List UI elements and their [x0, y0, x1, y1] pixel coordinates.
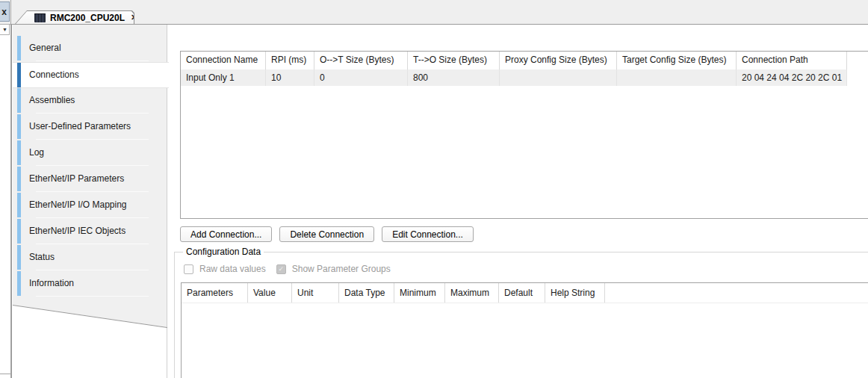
parameters-table-header: ParametersValueUnitData TypeMinimumMaxim… [182, 283, 868, 303]
docked-panel-close-icon[interactable]: x [0, 1, 10, 22]
sidebar-item-label: EtherNet/IP I/O Mapping [29, 193, 127, 217]
sidebar-item-ethernet-ip-parameters[interactable]: EtherNet/IP Parameters [13, 167, 167, 193]
group-legend: Configuration Data [183, 247, 264, 257]
sidebar-item-separator [36, 139, 149, 140]
sidebar-item-label: Assemblies [29, 88, 75, 113]
sidebar-item-accent [17, 193, 21, 217]
sidebar-item-accent [17, 167, 21, 191]
sidebar-item-connections[interactable]: Connections [13, 62, 169, 88]
sidebar-item-label: User-Defined Parameters [29, 114, 131, 139]
raw-data-values-label: Raw data values [199, 264, 266, 274]
row-cell-connection-name: Input Only 1 [181, 69, 266, 86]
param-column-header-maximum[interactable]: Maximum [445, 283, 499, 303]
param-column-header-minimum[interactable]: Minimum [394, 283, 445, 303]
sidebar-item-general[interactable]: General [13, 36, 167, 62]
sidebar-item-label: Connections [29, 63, 79, 87]
sidebar-item-label: General [29, 36, 61, 61]
sidebar-item-status[interactable]: Status [13, 245, 167, 271]
sidebar-item-accent [17, 245, 21, 270]
sidebar-item-label: Status [29, 245, 55, 270]
row-cell-o-t-size-bytes: 0 [314, 69, 408, 86]
sidebar-item-accent [17, 219, 21, 244]
table-row[interactable]: Input Only 110080020 04 24 04 2C 20 2C 0… [181, 69, 868, 86]
row-cell-filler [847, 69, 868, 86]
device-editor-panel: GeneralConnectionsAssembliesUser-Defined… [11, 25, 868, 378]
sidebar-item-separator [36, 270, 149, 270]
connections-table: Connection NameRPI (ms)O-->T Size (Bytes… [180, 51, 868, 219]
row-cell-target-config-size-bytes [617, 69, 737, 86]
sidebar-item-separator [36, 165, 149, 166]
sidebar-item-accent [17, 271, 21, 296]
param-column-header-value[interactable]: Value [248, 283, 292, 303]
param-column-header-data-type[interactable]: Data Type [339, 283, 394, 303]
sidebar-item-accent [17, 88, 21, 113]
add-connection-button[interactable]: Add Connection... [180, 226, 272, 242]
sidebar-item-separator [36, 217, 149, 218]
sidebar-item-accent [17, 114, 21, 139]
row-cell-t-o-size-bytes: 800 [408, 69, 500, 86]
edit-connection-button[interactable]: Edit Connection... [382, 226, 474, 242]
sidebar-item-separator [36, 61, 149, 61]
column-header-filler [847, 52, 868, 69]
column-header-target-config-size-bytes[interactable]: Target Config Size (Bytes) [617, 52, 737, 69]
param-column-header-help-string[interactable]: Help String [545, 283, 605, 303]
param-column-header-filler [605, 283, 868, 303]
param-column-header-parameters[interactable]: Parameters [182, 283, 248, 303]
sidebar-item-accent [17, 63, 21, 87]
param-column-header-unit[interactable]: Unit [292, 283, 339, 303]
column-header-t-o-size-bytes[interactable]: T-->O Size (Bytes) [408, 52, 500, 69]
sidebar-item-log[interactable]: Log [13, 140, 167, 167]
sidebar-item-label: Information [29, 271, 74, 296]
device-icon [34, 13, 46, 22]
sidebar-tabs: GeneralConnectionsAssembliesUser-Defined… [13, 36, 167, 297]
show-parameter-groups-checkbox[interactable]: ✓ [276, 264, 286, 274]
panel-divider [10, 0, 11, 378]
sidebar-item-separator [36, 244, 149, 244]
column-header-proxy-config-size-bytes[interactable]: Proxy Config Size (Bytes) [500, 52, 617, 69]
sidebar-item-information[interactable]: Information [13, 271, 167, 297]
sidebar-item-user-defined-parameters[interactable]: User-Defined Parameters [13, 114, 167, 140]
connection-actions: Add Connection...Delete ConnectionEdit C… [180, 226, 474, 242]
sidebar-item-assemblies[interactable]: Assemblies [13, 88, 167, 114]
column-header-rpi-ms[interactable]: RPI (ms) [266, 52, 314, 69]
param-column-header-default[interactable]: Default [499, 283, 545, 303]
editor-tab-rmc200-cpu20l[interactable]: RMC200_CPU20L ✕ [15, 10, 134, 24]
config-checkbox-row: Raw data values✓Show Parameter Groups [184, 264, 401, 274]
show-parameter-groups-label: Show Parameter Groups [292, 264, 391, 274]
connections-table-header: Connection NameRPI (ms)O-->T Size (Bytes… [181, 52, 868, 69]
raw-data-values-checkbox[interactable] [184, 264, 193, 274]
sidebar-item-separator [36, 113, 149, 114]
row-cell-connection-path: 20 04 24 04 2C 20 2C 01 [737, 69, 847, 86]
sidebar-item-accent [17, 36, 21, 61]
row-cell-proxy-config-size-bytes [500, 69, 617, 86]
column-header-connection-path[interactable]: Connection Path [737, 52, 847, 69]
sidebar-item-label: Log [29, 140, 44, 165]
column-header-o-t-size-bytes[interactable]: O-->T Size (Bytes) [314, 52, 408, 69]
sidebar-item-label: EtherNet/IP IEC Objects [29, 219, 125, 244]
sidebar-item-ethernet-ip-iec-objects[interactable]: EtherNet/IP IEC Objects [13, 219, 167, 245]
sidebar-item-separator [36, 296, 149, 297]
column-header-connection-name[interactable]: Connection Name [181, 52, 266, 69]
sidebar-item-ethernet-ip-i-o-mapping[interactable]: EtherNet/IP I/O Mapping [13, 193, 167, 219]
delete-connection-button[interactable]: Delete Connection [279, 226, 374, 242]
sidebar-item-accent [17, 140, 21, 165]
sidebar-item-label: EtherNet/IP Parameters [29, 167, 124, 191]
sidebar-item-separator [36, 191, 149, 192]
parameters-table: ParametersValueUnitData TypeMinimumMaxim… [181, 282, 868, 378]
row-cell-rpi-ms: 10 [266, 69, 314, 86]
tab-title: RMC200_CPU20L [50, 13, 125, 23]
docked-panel-dropdown-icon[interactable]: ▼ [0, 24, 10, 35]
